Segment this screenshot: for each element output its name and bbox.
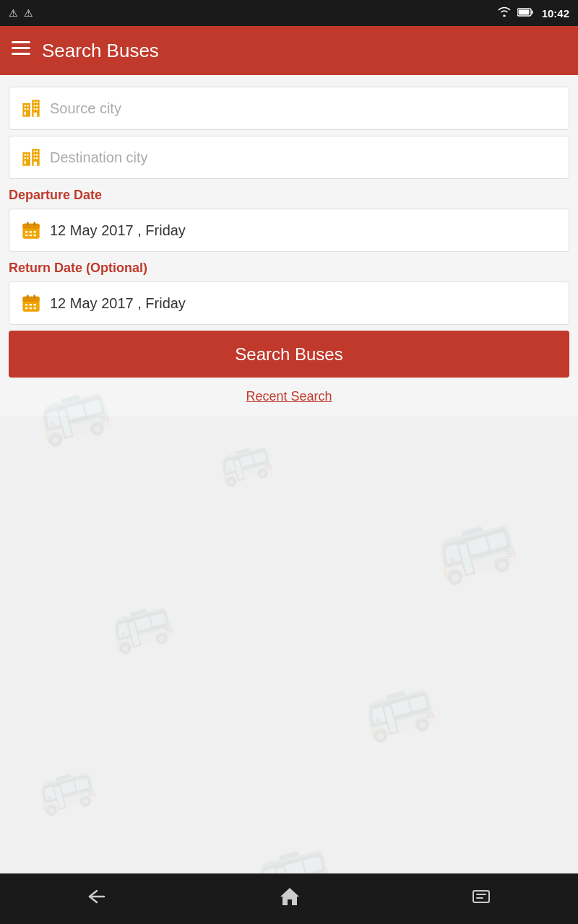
svg-rect-15 xyxy=(34,105,35,106)
departure-calendar-icon xyxy=(21,220,41,240)
svg-rect-3 xyxy=(12,41,30,43)
recents-button[interactable] xyxy=(457,881,506,916)
svg-rect-27 xyxy=(34,151,35,152)
wifi-icon xyxy=(497,6,512,19)
time-display: 10:42 xyxy=(542,7,569,19)
source-city-field[interactable]: Source city xyxy=(9,87,569,130)
svg-rect-30 xyxy=(36,154,38,155)
svg-rect-26 xyxy=(25,161,26,165)
svg-rect-12 xyxy=(25,112,26,116)
svg-rect-22 xyxy=(25,154,26,155)
svg-rect-8 xyxy=(25,105,26,106)
svg-rect-4 xyxy=(12,47,30,49)
watermark-background: 🚌 🚌 🚌 🚌 🚌 🚌 🚌 xyxy=(0,361,578,881)
warning-icon-1: ⚠ xyxy=(9,7,18,19)
back-button[interactable] xyxy=(72,881,122,916)
svg-rect-14 xyxy=(36,102,38,103)
svg-rect-53 xyxy=(34,308,37,309)
svg-rect-45 xyxy=(22,297,39,302)
svg-rect-20 xyxy=(22,152,30,166)
svg-rect-39 xyxy=(30,231,33,232)
svg-rect-28 xyxy=(36,151,38,152)
svg-rect-41 xyxy=(25,235,28,236)
svg-rect-51 xyxy=(25,308,28,309)
svg-marker-55 xyxy=(280,888,299,905)
svg-rect-58 xyxy=(476,897,483,899)
svg-rect-46 xyxy=(27,295,28,298)
return-calendar-icon xyxy=(21,293,41,313)
destination-city-field[interactable]: Destination city xyxy=(9,136,569,179)
svg-rect-43 xyxy=(34,235,37,236)
destination-city-placeholder: Destination city xyxy=(50,149,148,166)
svg-rect-1 xyxy=(531,11,532,14)
svg-rect-37 xyxy=(34,222,35,225)
svg-rect-2 xyxy=(518,10,529,15)
svg-rect-48 xyxy=(25,304,28,305)
departure-date-field[interactable]: 12 May 2017 , Friday xyxy=(9,209,569,252)
svg-rect-11 xyxy=(27,108,28,110)
status-bar: ⚠ ⚠ 10:42 xyxy=(0,0,578,26)
svg-rect-47 xyxy=(34,295,35,298)
svg-rect-57 xyxy=(476,894,486,895)
svg-rect-23 xyxy=(27,154,28,155)
svg-rect-35 xyxy=(22,224,39,229)
menu-icon[interactable] xyxy=(12,41,30,60)
battery-icon xyxy=(517,7,533,19)
departure-date-value: 12 May 2017 , Friday xyxy=(50,222,186,239)
return-date-field[interactable]: 12 May 2017 , Friday xyxy=(9,282,569,325)
svg-rect-33 xyxy=(34,162,38,166)
svg-rect-38 xyxy=(25,231,28,232)
source-building-icon xyxy=(21,98,41,118)
svg-rect-5 xyxy=(12,53,30,55)
svg-rect-42 xyxy=(30,235,33,236)
app-bar: Search Buses xyxy=(0,26,578,75)
svg-rect-10 xyxy=(25,108,26,110)
svg-rect-40 xyxy=(34,231,37,232)
destination-building-icon xyxy=(21,147,41,167)
svg-rect-25 xyxy=(27,157,28,159)
status-icons-left: ⚠ ⚠ xyxy=(9,7,33,19)
svg-rect-18 xyxy=(36,108,38,110)
svg-rect-31 xyxy=(34,157,35,159)
svg-rect-49 xyxy=(30,304,33,305)
source-city-placeholder: Source city xyxy=(50,100,121,117)
departure-date-label: Departure Date xyxy=(9,188,569,203)
svg-rect-52 xyxy=(30,308,33,309)
svg-rect-9 xyxy=(27,105,28,106)
svg-rect-19 xyxy=(34,113,38,117)
home-button[interactable] xyxy=(264,881,315,918)
svg-rect-56 xyxy=(473,891,489,902)
svg-rect-29 xyxy=(34,154,35,155)
status-icons-right: 10:42 xyxy=(497,6,569,19)
svg-rect-17 xyxy=(34,108,35,110)
svg-rect-6 xyxy=(22,103,30,117)
svg-rect-50 xyxy=(34,304,37,305)
svg-rect-32 xyxy=(36,157,38,159)
app-bar-title: Search Buses xyxy=(42,40,159,62)
bottom-nav-bar xyxy=(0,873,578,924)
svg-rect-36 xyxy=(27,222,28,225)
svg-rect-16 xyxy=(36,105,38,106)
svg-rect-24 xyxy=(25,157,26,159)
svg-rect-13 xyxy=(34,102,35,103)
return-date-value: 12 May 2017 , Friday xyxy=(50,295,186,312)
warning-icon-2: ⚠ xyxy=(24,7,33,19)
return-date-label: Return Date (Optional) xyxy=(9,261,569,276)
